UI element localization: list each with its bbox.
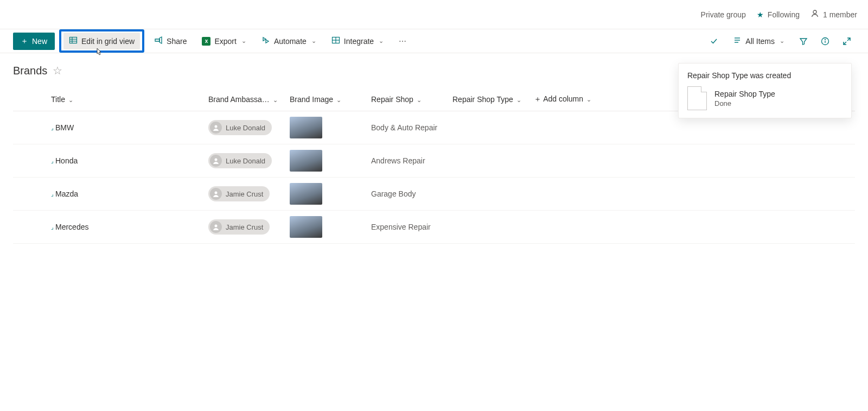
expand-button[interactable] — [839, 33, 855, 49]
table-row[interactable]: ⌟HondaLuke DonaldAndrews Repair — [13, 144, 855, 178]
title-cell[interactable]: ⌟Mercedes — [51, 223, 197, 231]
person-pill[interactable]: Luke Donald — [208, 120, 272, 135]
col-title-label: Title — [51, 95, 65, 104]
person-pill[interactable]: Jamie Crust — [208, 186, 270, 201]
integrate-button[interactable]: Integrate ⌄ — [326, 33, 389, 49]
item-marker-icon: ⌟ — [51, 191, 54, 197]
ambassador-name: Jamie Crust — [226, 190, 263, 198]
avatar-icon — [210, 122, 222, 134]
avatar-icon — [210, 221, 222, 233]
following-toggle[interactable]: ★ Following — [757, 10, 800, 19]
avatar-icon — [210, 188, 222, 200]
col-repair-shop[interactable]: Repair Shop⌄ — [366, 88, 447, 111]
chevron-down-icon: ⌄ — [586, 96, 591, 103]
chevron-down-icon: ⌄ — [68, 97, 73, 103]
col-ambassador-label: Brand Ambassa… — [208, 95, 270, 104]
row-title: Mercedes — [55, 223, 88, 231]
edit-grid-button[interactable]: Edit in grid view — [63, 33, 140, 49]
chevron-down-icon: ⌄ — [273, 97, 278, 103]
brand-image-thumb[interactable] — [290, 183, 322, 205]
notification-toast[interactable]: Repair Shop Type was created Repair Shop… — [678, 63, 852, 118]
brand-image-thumb[interactable] — [290, 150, 322, 172]
chevron-down-icon: ⌄ — [336, 97, 341, 103]
favorite-star-icon[interactable]: ☆ — [53, 64, 62, 77]
plus-icon: ＋ — [21, 36, 28, 46]
item-marker-icon: ⌟ — [51, 224, 54, 230]
highlight-annotation: Edit in grid view — [59, 29, 144, 53]
row-title: BMW — [55, 123, 74, 132]
col-repair-shop-label: Repair Shop — [371, 95, 413, 104]
toast-item-name: Repair Shop Type — [714, 90, 775, 98]
share-icon — [154, 36, 163, 46]
repair-shop-cell: Expensive Repair — [366, 211, 447, 244]
title-cell[interactable]: ⌟Mazda — [51, 189, 197, 198]
col-repair-shop-type[interactable]: Repair Shop Type⌄ — [447, 88, 528, 111]
share-button[interactable]: Share — [149, 33, 192, 49]
members-count: 1 member — [823, 10, 857, 19]
repair-shop-cell: Andrews Repair — [366, 144, 447, 178]
new-button[interactable]: ＋ New — [13, 33, 55, 50]
toast-status: Done — [714, 99, 775, 108]
grid-icon — [69, 36, 78, 46]
col-brand-image[interactable]: Brand Image⌄ — [284, 88, 366, 111]
svg-rect-1 — [70, 37, 77, 43]
info-button[interactable] — [817, 33, 833, 49]
item-marker-icon: ⌟ — [51, 158, 54, 164]
person-pill[interactable]: Luke Donald — [208, 153, 272, 168]
chevron-down-icon: ⌄ — [241, 37, 246, 45]
item-marker-icon: ⌟ — [51, 125, 54, 131]
col-title[interactable]: Title⌄ — [46, 88, 203, 111]
file-icon — [687, 86, 707, 110]
col-repair-shop-type-label: Repair Shop Type — [452, 95, 513, 104]
done-check-button[interactable] — [706, 33, 722, 49]
person-pill[interactable]: Jamie Crust — [208, 219, 270, 235]
add-column-button[interactable]: ＋ Add column⌄ — [528, 88, 610, 111]
view-name: All Items — [745, 37, 775, 46]
add-column-label: Add column — [543, 94, 583, 103]
row-title: Honda — [55, 156, 78, 165]
integrate-label: Integrate — [344, 37, 374, 46]
chevron-down-icon: ⌄ — [379, 37, 384, 45]
export-label: Export — [214, 37, 236, 46]
command-bar: ＋ New Edit in grid view Share x Export ⌄… — [0, 29, 868, 53]
automate-label: Automate — [274, 37, 307, 46]
person-icon — [810, 9, 819, 20]
top-bar: Private group ★ Following 1 member — [0, 0, 868, 29]
excel-icon: x — [202, 37, 210, 46]
list-icon — [733, 36, 742, 46]
row-title: Mazda — [55, 189, 78, 198]
title-cell[interactable]: ⌟Honda — [51, 156, 197, 165]
brand-image-thumb[interactable] — [290, 117, 322, 138]
page-body: Brands ☆ Title⌄ Brand Ambassa…⌄ Brand Im… — [0, 53, 868, 255]
svg-point-0 — [813, 10, 816, 14]
private-group-label: Private group — [701, 10, 746, 19]
col-brand-image-label: Brand Image — [290, 95, 333, 104]
svg-point-16 — [215, 125, 218, 128]
ambassador-name: Luke Donald — [226, 157, 265, 165]
filter-button[interactable] — [795, 33, 812, 49]
chevron-down-icon: ⌄ — [417, 97, 422, 103]
svg-point-18 — [215, 192, 218, 194]
chevron-down-icon: ⌄ — [780, 37, 784, 45]
ambassador-name: Luke Donald — [226, 124, 265, 132]
view-selector[interactable]: All Items ⌄ — [727, 33, 790, 49]
brand-image-thumb[interactable] — [290, 216, 322, 238]
chevron-down-icon: ⌄ — [311, 37, 316, 45]
star-filled-icon: ★ — [757, 10, 764, 19]
repair-shop-cell: Body & Auto Repair — [366, 111, 447, 144]
table-row[interactable]: ⌟MercedesJamie CrustExpensive Repair — [13, 211, 855, 244]
table-row[interactable]: ⌟MazdaJamie CrustGarage Body — [13, 178, 855, 211]
integrate-icon — [331, 36, 340, 46]
new-label: New — [32, 37, 47, 46]
automate-icon — [261, 36, 270, 46]
svg-point-19 — [215, 225, 218, 227]
automate-button[interactable]: Automate ⌄ — [256, 33, 322, 49]
title-cell[interactable]: ⌟BMW — [51, 123, 197, 132]
members-link[interactable]: 1 member — [810, 9, 857, 20]
more-button[interactable]: ⋯ — [393, 34, 412, 49]
following-label: Following — [768, 10, 800, 19]
col-ambassador[interactable]: Brand Ambassa…⌄ — [203, 88, 284, 111]
export-button[interactable]: x Export ⌄ — [196, 34, 251, 49]
avatar-icon — [210, 155, 222, 167]
chevron-down-icon: ⌄ — [516, 97, 521, 103]
